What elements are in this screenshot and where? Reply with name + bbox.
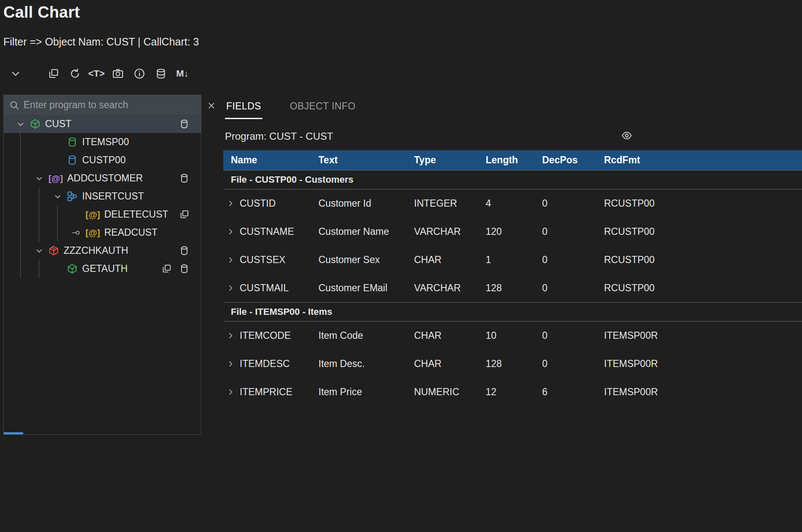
field-decpos: 0 bbox=[535, 198, 596, 209]
close-panel-button[interactable] bbox=[206, 101, 217, 111]
chevron-down-icon[interactable] bbox=[30, 247, 48, 255]
field-type: INTEGER bbox=[406, 198, 478, 209]
field-rcdfmt: ITEMSP00R bbox=[596, 358, 802, 370]
visibility-button[interactable] bbox=[621, 130, 633, 142]
field-row-custmail[interactable]: CUSTMAILCustomer EMailVARCHAR1280RCUSTP0… bbox=[223, 274, 802, 302]
field-length: 1 bbox=[478, 254, 535, 266]
cube-icon bbox=[67, 263, 78, 274]
cylinder-icon[interactable] bbox=[179, 246, 189, 255]
field-decpos: 0 bbox=[535, 358, 596, 370]
tab-object-info[interactable]: OBJECT INFO bbox=[289, 100, 357, 119]
field-length: 4 bbox=[478, 198, 535, 209]
tab-bar: FIELDSOBJECT INFO bbox=[206, 100, 802, 119]
chevron-right-icon[interactable] bbox=[227, 360, 235, 368]
row-trailing-icons bbox=[179, 242, 189, 260]
field-row-itemprice[interactable]: ITEMPRICEItem PriceNUMERIC126ITEMSP00R bbox=[223, 378, 802, 406]
refresh-button[interactable] bbox=[69, 67, 81, 80]
search-input[interactable] bbox=[24, 99, 195, 111]
text-size-button[interactable]: <T> bbox=[90, 67, 103, 80]
tree-item-itemsp00[interactable]: ITEMSP00 bbox=[4, 133, 201, 151]
program-heading: Program: CUST - CUST bbox=[225, 130, 333, 142]
field-name: CUSTID bbox=[240, 198, 276, 209]
fields-panel: FIELDSOBJECT INFO Program: CUST - CUST N… bbox=[201, 95, 802, 435]
field-text: Customer Name bbox=[311, 226, 406, 237]
refresh-icon bbox=[70, 68, 80, 79]
field-row-custsex[interactable]: CUSTSEXCustomer SexCHAR10RCUSTP00 bbox=[223, 246, 802, 274]
field-rcdfmt: ITEMSP00R bbox=[596, 386, 802, 398]
tree-item-getauth[interactable]: GETAUTH bbox=[4, 260, 201, 278]
package-icon bbox=[48, 245, 59, 256]
tree-item-zzzchkauth[interactable]: ZZZCHKAUTH bbox=[4, 242, 201, 260]
field-length: 128 bbox=[478, 358, 535, 370]
field-type: CHAR bbox=[406, 358, 478, 370]
chevron-down-icon[interactable] bbox=[11, 120, 30, 128]
field-row-custid[interactable]: CUSTIDCustomer IdINTEGER40RCUSTP00 bbox=[223, 189, 802, 218]
tree-item-label: CUST bbox=[45, 118, 72, 130]
row-trailing-icons bbox=[179, 169, 189, 187]
tab-fields[interactable]: FIELDS bbox=[225, 100, 262, 119]
chevron-right-icon[interactable] bbox=[227, 332, 235, 340]
row-trailing-icons bbox=[179, 205, 189, 223]
field-text: Item Price bbox=[311, 386, 406, 398]
flow-icon bbox=[67, 191, 78, 202]
field-name: ITEMPRICE bbox=[240, 386, 292, 398]
program-row: Program: CUST - CUST bbox=[206, 130, 802, 143]
cylinder-icon[interactable] bbox=[179, 173, 189, 183]
tree-item-label: DELETECUST bbox=[104, 209, 168, 220]
field-rcdfmt: RCUSTP00 bbox=[596, 226, 802, 237]
chevron-right-icon[interactable] bbox=[227, 388, 235, 396]
field-row-custname[interactable]: CUSTNAMECustomer NameVARCHAR1200RCUSTP00 bbox=[223, 218, 802, 246]
tree-item-label: ZZZCHKAUTH bbox=[64, 245, 128, 256]
text-size-icon: <T> bbox=[88, 68, 104, 79]
field-decpos: 0 bbox=[535, 226, 596, 237]
field-row-itemcode[interactable]: ITEMCODEItem CodeCHAR100ITEMSP00R bbox=[223, 322, 802, 350]
file-group-title: File - CUSTP00 - Customers bbox=[231, 174, 353, 185]
tree-item-cust[interactable]: CUST bbox=[4, 115, 201, 133]
field-row-itemdesc[interactable]: ITEMDESCItem Desc.CHAR1280ITEMSP00R bbox=[223, 350, 802, 378]
program-tree-panel: CUSTITEMSP00CUSTP00[@]ADDCUSTOMERINSERTC… bbox=[3, 95, 201, 435]
duplicate-icon[interactable] bbox=[179, 210, 189, 219]
field-text: Item Desc. bbox=[311, 358, 406, 370]
field-decpos: 0 bbox=[535, 254, 596, 266]
tree-item-insertcust[interactable]: INSERTCUST bbox=[4, 187, 201, 205]
chevron-right-icon[interactable] bbox=[227, 200, 235, 207]
search-icon bbox=[9, 100, 19, 110]
field-name: CUSTSEX bbox=[240, 254, 286, 266]
chevron-right-icon[interactable] bbox=[227, 284, 235, 292]
field-text: Item Code bbox=[311, 330, 406, 341]
horizontal-scrollbar-thumb[interactable] bbox=[4, 432, 23, 434]
column-header-rcdfmt: RcdFmt bbox=[596, 154, 802, 166]
row-trailing-icons bbox=[162, 260, 189, 278]
chevron-down-icon[interactable] bbox=[48, 192, 67, 201]
cylinder-icon[interactable] bbox=[179, 119, 189, 129]
tree-item-readcust[interactable]: [@]READCUST bbox=[4, 223, 201, 242]
duplicate-icon[interactable] bbox=[162, 264, 171, 274]
field-name: CUSTMAIL bbox=[240, 282, 289, 294]
field-rcdfmt: RCUSTP00 bbox=[596, 254, 802, 266]
chevron-right-icon[interactable] bbox=[227, 256, 235, 264]
field-length: 128 bbox=[478, 282, 535, 294]
collapse-toolbar-button[interactable] bbox=[9, 67, 22, 80]
duplicate-button[interactable] bbox=[47, 67, 60, 80]
tree-item-label: READCUST bbox=[104, 227, 158, 238]
camera-button[interactable] bbox=[112, 67, 124, 80]
tree-item-custp00[interactable]: CUSTP00 bbox=[4, 151, 201, 169]
tree-item-addcustomer[interactable]: [@]ADDCUSTOMER bbox=[4, 169, 201, 187]
field-type: CHAR bbox=[406, 254, 478, 266]
cylinder-icon[interactable] bbox=[179, 264, 189, 274]
info-button[interactable] bbox=[133, 67, 146, 80]
file-group-title: File - ITEMSP00 - Items bbox=[231, 306, 332, 317]
chevron-right-icon[interactable] bbox=[227, 228, 235, 236]
markdown-download-button[interactable]: M↓ bbox=[176, 67, 189, 80]
markdown-download-icon: M↓ bbox=[176, 68, 188, 79]
field-decpos: 0 bbox=[535, 330, 596, 341]
at-bracket-icon: [@] bbox=[48, 173, 63, 184]
field-type: CHAR bbox=[406, 330, 478, 341]
database-button[interactable] bbox=[155, 67, 167, 80]
field-decpos: 0 bbox=[535, 282, 596, 294]
cylinder-icon bbox=[67, 155, 78, 165]
tree-item-label: ITEMSP00 bbox=[82, 136, 129, 148]
chevron-down-icon[interactable] bbox=[30, 174, 48, 183]
tree-item-label: GETAUTH bbox=[82, 263, 128, 274]
tree-item-deletecust[interactable]: [@]DELETECUST bbox=[4, 205, 201, 223]
